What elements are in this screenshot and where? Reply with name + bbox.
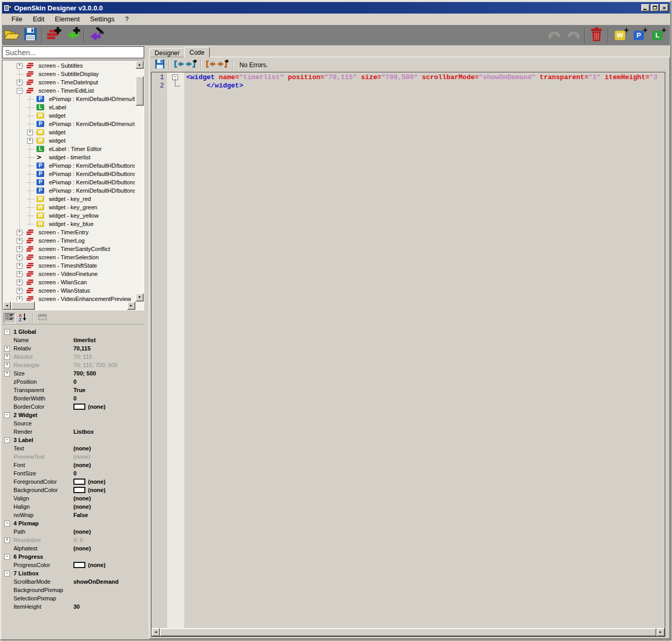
minimize-button[interactable] [641,4,650,11]
property-row-backgroundpixmap[interactable]: BackgroundPixmap [2,586,144,594]
expand-plus-icon[interactable]: + [17,238,22,244]
collapse-minus-icon[interactable]: − [4,521,10,526]
tree-item-epixmap-kernidefaulthd-menu-db-p[interactable]: PePixmap : KerniDefaultHD/menu/db.p [3,120,135,128]
alphabetical-button[interactable]: AZ [17,313,29,323]
add-screen-button[interactable] [44,27,63,44]
expand-plus-icon[interactable]: + [4,346,10,351]
tree-item-screen-videofinetune[interactable]: +screen - VideoFinetune [3,270,135,278]
expand-plus-icon[interactable]: + [4,537,10,543]
property-row-absolut[interactable]: +Absolut70; 115 [2,353,144,361]
tree-item-widget[interactable]: Wwidget [3,111,135,120]
property-row-zposition[interactable]: zPosition0 [2,378,144,386]
property-row-source[interactable]: Source [2,419,144,428]
tree-item-screen-subtitles[interactable]: +screen - Subtitles [3,61,135,70]
tree-item-widget-key-yellow[interactable]: Wwidget - key_yellow [3,211,135,220]
tree-item-elabel[interactable]: LeLabel [3,103,135,111]
tree-item-widget[interactable]: +Wwidget [3,136,135,145]
maximize-button[interactable] [651,4,659,11]
expand-plus-icon[interactable]: + [17,246,22,252]
property-row-selectionpixmap[interactable]: SelectionPixmap [2,594,144,602]
export-button[interactable] [185,59,198,71]
property-row-nowrap[interactable]: noWrapFalse [2,511,144,519]
tab-designer[interactable]: Designer [149,48,185,57]
tree-vertical-scrollbar[interactable]: ▲ ▼ [135,60,144,301]
import-alt-button[interactable] [204,59,217,71]
property-row-bordercolor[interactable]: BorderColor(none) [2,403,144,411]
import-button[interactable] [172,59,185,71]
expand-plus-icon[interactable]: + [4,371,10,376]
property-category-6-progress[interactable]: −6 Progress [2,552,144,561]
tree-item-epixmap-kernidefaulthd-buttons-re[interactable]: PePixmap : KerniDefaultHD/buttons/re [3,161,135,170]
property-category-1-global[interactable]: −1 Global [2,328,144,336]
tree-item-screen-timerselection[interactable]: +screen - TimerSelection [3,253,135,261]
expand-plus-icon[interactable]: + [4,354,10,360]
property-row-itemheight[interactable]: ItemHeight30 [2,602,144,611]
property-category-3-label[interactable]: −3 Label [2,436,144,444]
export-alt-button[interactable] [217,59,230,71]
property-row-size[interactable]: +Size700; 500 [2,369,144,378]
scroll-left-icon[interactable]: ◄ [151,628,160,636]
collapse-minus-icon[interactable]: − [17,88,22,94]
property-row-valign[interactable]: Valign(none) [2,494,144,502]
property-category-7-listbox[interactable]: −7 Listbox [2,569,144,577]
tree-item-screen-wlanstatus[interactable]: +screen - WlanStatus [3,286,135,295]
edit-element-button[interactable] [86,27,105,44]
add-converter-button[interactable] [63,27,82,44]
property-row-fontsize[interactable]: FontSize0 [2,469,144,477]
collapse-minus-icon[interactable]: − [4,329,10,335]
code-editor[interactable]: 12 − <widget name="timerlist" position="… [151,72,665,637]
tree-hscroll-thumb[interactable] [11,301,35,310]
tree-item-epixmap-kernidefaulthd-buttons-ye[interactable]: PePixmap : KerniDefaultHD/buttons/ye [3,178,135,186]
expand-plus-icon[interactable]: + [27,130,33,135]
property-row-scrollbarmode[interactable]: ScrollbarModeshowOnDemand [2,577,144,586]
property-row-text[interactable]: Text(none) [2,444,144,453]
menu-settings[interactable]: Settings [85,14,120,25]
save-button[interactable] [21,27,40,44]
tree-item-epixmap-kernidefaulthd-menu-bac[interactable]: PePixmap : KerniDefaultHD/menu/bac [3,95,135,103]
save-button[interactable] [153,59,166,71]
expand-plus-icon[interactable]: + [17,230,22,235]
tree-item-screen-subtitledisplay[interactable]: screen - SubtitleDisplay [3,70,135,78]
scroll-down-icon[interactable]: ▼ [135,293,144,301]
collapse-minus-icon[interactable]: − [4,571,10,576]
expand-plus-icon[interactable]: + [17,255,22,260]
add-widget-button[interactable]: W+ [611,27,629,44]
property-row-transparent[interactable]: TransparentTrue [2,386,144,394]
property-row-progresscolor[interactable]: ProgressColor(none) [2,561,144,569]
tree-item-screen-wlanscan[interactable]: +screen - WlanScan [3,278,135,286]
tree-item-screen-timerlog[interactable]: +screen - TimerLog [3,236,135,245]
property-row-borderwidth[interactable]: BorderWidth0 [2,394,144,403]
tree-vscroll-thumb[interactable] [135,76,144,106]
tree-horizontal-scrollbar[interactable]: ◄ ► [3,301,135,310]
menu-file[interactable]: File [6,14,28,25]
tree-item-epixmap-kernidefaulthd-buttons-bl[interactable]: PePixmap : KerniDefaultHD/buttons/bl [3,186,135,195]
categorized-button[interactable] [4,313,16,323]
editor-hscroll-thumb[interactable] [160,628,656,636]
add-label-button[interactable]: L+ [648,27,667,44]
close-button[interactable]: × [660,4,668,11]
expand-plus-icon[interactable]: + [4,362,10,368]
tree-item-screen-timeshiftstate[interactable]: +screen - TimeshiftState [3,261,135,270]
tree-item-epixmap-kernidefaulthd-buttons-gr[interactable]: PePixmap : KerniDefaultHD/buttons/gr [3,170,135,178]
collapse-minus-icon[interactable]: − [4,554,10,560]
tree-item-widget[interactable]: +Wwidget [3,128,135,136]
property-row-resolution[interactable]: +Resolution0; 0 [2,536,144,544]
property-row-alphatest[interactable]: Alphatest(none) [2,544,144,552]
property-row-previewtext[interactable]: PreviewText(none) [2,453,144,461]
property-row-relativ[interactable]: +Relativ70,115 [2,344,144,353]
menu-item[interactable]: ? [120,14,134,25]
scroll-right-icon[interactable]: ► [656,628,665,636]
property-row-backgroundcolor[interactable]: BackgroundColor(none) [2,486,144,494]
expand-plus-icon[interactable]: + [17,80,22,85]
scroll-left-icon[interactable]: ◄ [3,301,11,310]
tree-item-screen-timedateinput[interactable]: +screen - TimeDateInput [3,78,135,86]
tree-item-widget-timerlist[interactable]: >widget - timerlist [3,153,135,161]
property-row-font[interactable]: Font(none) [2,461,144,469]
expand-plus-icon[interactable]: + [17,63,22,69]
expand-plus-icon[interactable]: + [17,296,22,301]
title-bar[interactable]: OpenSkin Designer v3.0.0.0 × [2,2,670,14]
editor-horizontal-scrollbar[interactable]: ◄ ► [151,628,665,636]
tree-item-widget-key-blue[interactable]: Wwidget - key_blue [3,220,135,228]
expand-plus-icon[interactable]: + [17,271,22,277]
expand-plus-icon[interactable]: + [17,288,22,294]
